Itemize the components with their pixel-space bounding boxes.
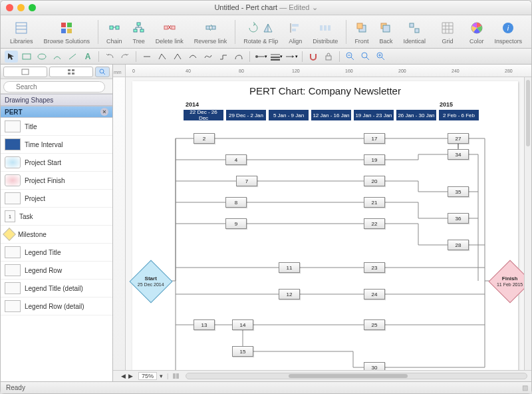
chain-button[interactable]: Chain	[102, 19, 126, 45]
ruler-corner: mm	[113, 65, 126, 77]
rect-tool[interactable]	[20, 51, 33, 63]
shape-project-start[interactable]: Project Start	[1, 154, 112, 172]
delete-link-button[interactable]: Delete link	[152, 19, 188, 45]
line-style-5[interactable]	[201, 51, 215, 63]
task-36[interactable]: 36	[448, 213, 469, 224]
task-13[interactable]: 13	[194, 319, 215, 330]
back-button[interactable]: Back	[375, 19, 396, 45]
timeframe-col-6[interactable]: 2 Feb - 6 Feb	[438, 109, 479, 121]
zoom-in-button[interactable]	[374, 51, 388, 63]
task-4[interactable]: 4	[225, 154, 247, 165]
canvas[interactable]: PERT Chart: Company Newsletter 2014 2015…	[126, 77, 524, 370]
line-style-6[interactable]	[217, 51, 230, 63]
arrow-end-style[interactable]: ▾	[285, 51, 298, 63]
task-27[interactable]: 27	[448, 133, 469, 144]
view-mode-1[interactable]	[3, 67, 47, 77]
page-thumbnails-icon[interactable]	[172, 373, 182, 379]
task-8[interactable]: 8	[225, 197, 247, 208]
task-12[interactable]: 12	[279, 289, 300, 299]
browse-solutions-button[interactable]: Browse Solutions	[40, 19, 94, 45]
shape-legend-title[interactable]: Legend Title	[1, 244, 112, 262]
task-28[interactable]: 28	[448, 240, 469, 250]
shape-time-interval[interactable]: Time Interval	[1, 136, 112, 154]
task-30[interactable]: 30	[364, 362, 385, 370]
zoom-out-button[interactable]	[344, 51, 357, 63]
section-pert[interactable]: PERT ×	[1, 106, 112, 118]
task-2[interactable]: 2	[194, 133, 215, 144]
shape-project[interactable]: Project	[1, 190, 112, 208]
task-11[interactable]: 11	[279, 262, 300, 273]
tree-button[interactable]: Tree	[129, 19, 149, 45]
resize-grip-icon[interactable]: ▨	[522, 384, 526, 391]
next-page-button[interactable]: ▶	[128, 373, 133, 379]
task-9[interactable]: 9	[225, 218, 247, 229]
reverse-link-button[interactable]: Reverse link	[190, 19, 231, 45]
workarea: Drawing Shapes PERT × Title Time Interva…	[1, 65, 531, 381]
connector-tool[interactable]	[51, 51, 64, 63]
prev-page-button[interactable]: ◀	[121, 373, 126, 379]
project-start-node[interactable]: Start25 Dec 2014	[129, 260, 172, 303]
line-style-3[interactable]	[171, 51, 184, 63]
task-7[interactable]: 7	[236, 176, 257, 186]
line-style-1[interactable]	[140, 51, 154, 63]
shape-legend-row-detail[interactable]: Legend Row (detail)	[1, 297, 112, 315]
task-15[interactable]: 15	[232, 346, 253, 357]
arrow-start-style[interactable]: ▾	[254, 51, 267, 63]
task-35[interactable]: 35	[448, 186, 469, 197]
task-25[interactable]: 25	[364, 319, 385, 330]
line-tool[interactable]	[66, 51, 79, 63]
timeframe-col-5[interactable]: 26 Jan - 30 Jan	[396, 109, 437, 121]
redo-button[interactable]	[118, 51, 132, 63]
line-style-4[interactable]	[186, 51, 200, 63]
shape-legend-row[interactable]: Legend Row	[1, 262, 112, 280]
zoom-dropdown-icon[interactable]: ▾	[160, 373, 163, 379]
timeframe-col-1[interactable]: 29 Dec - 2 Jan	[225, 109, 267, 121]
inspectors-button[interactable]: i Inspectors	[490, 19, 526, 45]
close-icon[interactable]: ×	[100, 108, 108, 116]
identical-button[interactable]: Identical	[399, 19, 430, 45]
section-drawing-shapes[interactable]: Drawing Shapes	[1, 94, 112, 106]
shape-title[interactable]: Title	[1, 118, 112, 136]
line-style-2[interactable]	[156, 51, 169, 63]
snap-toggle[interactable]	[307, 51, 320, 63]
view-mode-search[interactable]	[95, 67, 110, 77]
align-button[interactable]: Align	[285, 19, 306, 45]
distribute-button[interactable]: Distribute	[309, 19, 342, 45]
task-34[interactable]: 34	[448, 149, 469, 160]
task-22[interactable]: 22	[364, 218, 385, 229]
task-14[interactable]: 14	[232, 319, 253, 330]
vertical-scrollbar[interactable]	[524, 77, 531, 370]
undo-button[interactable]	[103, 51, 116, 63]
grid-button[interactable]: Grid	[438, 19, 458, 45]
zoom-value[interactable]: 75%	[138, 372, 157, 380]
task-17[interactable]: 17	[364, 133, 385, 144]
task-23[interactable]: 23	[364, 262, 385, 273]
view-mode-grid[interactable]	[49, 67, 93, 77]
line-style-7[interactable]	[232, 51, 245, 63]
search-input[interactable]	[3, 81, 105, 93]
task-19[interactable]: 19	[364, 154, 385, 165]
lock-toggle[interactable]	[322, 51, 335, 63]
shape-project-finish[interactable]: Project Finish	[1, 172, 112, 190]
timeframe-col-3[interactable]: 12 Jan - 16 Jan	[311, 109, 352, 121]
libraries-button[interactable]: Libraries	[6, 19, 37, 45]
task-20[interactable]: 20	[364, 176, 385, 186]
horizontal-scrollbar[interactable]	[186, 373, 527, 379]
rotate-flip-button[interactable]: Rotate & Flip	[239, 19, 282, 45]
line-weight[interactable]: ▾	[269, 51, 283, 63]
project-finish-node[interactable]: Finish11 Feb 2015	[488, 260, 524, 303]
task-21[interactable]: 21	[364, 197, 385, 208]
shape-task[interactable]: 1Task	[1, 208, 112, 226]
pointer-tool[interactable]	[5, 51, 18, 63]
front-button[interactable]: Front	[350, 19, 372, 45]
timeframe-col-4[interactable]: 19 Jan - 23 Jan	[353, 109, 394, 121]
text-tool[interactable]: A	[81, 51, 94, 63]
timeframe-col-0[interactable]: 22 Dec - 26 Dec	[183, 109, 224, 121]
task-24[interactable]: 24	[364, 289, 385, 299]
color-button[interactable]: Color	[466, 19, 488, 45]
ellipse-tool[interactable]	[35, 51, 49, 63]
zoom-fit-button[interactable]	[359, 51, 372, 63]
shape-milestone[interactable]: Milestone	[1, 226, 112, 244]
timeframe-col-2[interactable]: 5 Jan - 9 Jan	[268, 109, 309, 121]
shape-legend-title-detail[interactable]: Legend Title (detail)	[1, 280, 112, 297]
